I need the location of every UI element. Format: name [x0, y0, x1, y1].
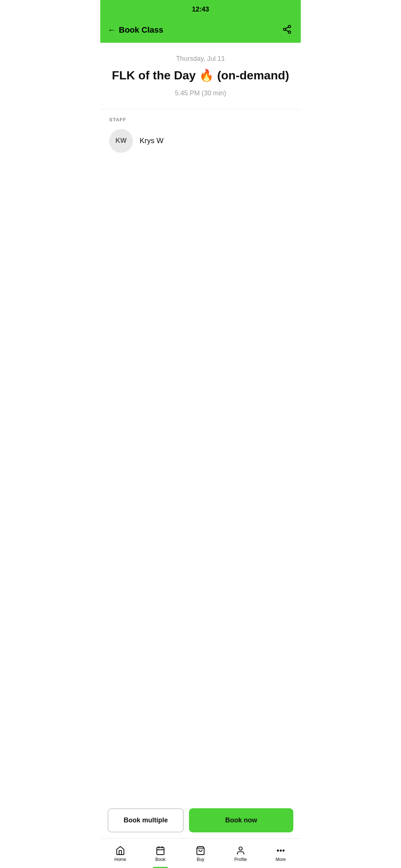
staff-section: STAFF KW Krys W [109, 109, 292, 153]
profile-icon [236, 846, 245, 855]
staff-section-label: STAFF [109, 117, 292, 122]
book-icon [156, 846, 165, 855]
share-button[interactable] [281, 23, 293, 37]
back-arrow-icon: ← [108, 25, 116, 35]
staff-item: KW Krys W [109, 129, 292, 153]
staff-name: Krys W [140, 137, 163, 145]
nav-item-book[interactable]: Book [140, 839, 180, 868]
more-icon [276, 846, 286, 855]
svg-line-3 [286, 30, 288, 32]
bottom-nav: Home Book Buy Profile [100, 838, 301, 868]
svg-rect-5 [157, 847, 164, 855]
nav-item-more[interactable]: More [261, 839, 301, 868]
header-title: Book Class [119, 25, 163, 35]
header: ← Book Class [100, 19, 301, 43]
nav-item-buy[interactable]: Buy [180, 839, 221, 868]
svg-point-13 [283, 850, 284, 851]
status-bar: 12:43 [100, 0, 301, 19]
nav-label-profile: Profile [234, 857, 247, 862]
svg-point-10 [239, 847, 242, 850]
svg-point-12 [280, 850, 281, 851]
class-date: Thursday, Jul 11 [109, 55, 292, 63]
class-time: 5:45 PM (30 min) [109, 89, 292, 97]
svg-point-11 [277, 850, 278, 851]
main-content: Thursday, Jul 11 FLK of the Day 🔥 (on-de… [100, 43, 301, 153]
staff-avatar: KW [109, 129, 133, 153]
bottom-buttons: Book multiple Book now [100, 802, 301, 838]
nav-item-profile[interactable]: Profile [221, 839, 261, 868]
book-multiple-button[interactable]: Book multiple [108, 808, 184, 832]
staff-initials: KW [115, 137, 127, 145]
status-time: 12:43 [192, 6, 209, 13]
home-icon [115, 846, 125, 855]
nav-label-more: More [276, 857, 286, 862]
share-icon [282, 24, 292, 34]
nav-label-home: Home [114, 857, 126, 862]
book-now-button[interactable]: Book now [189, 808, 293, 832]
svg-line-4 [286, 27, 288, 29]
nav-label-buy: Buy [197, 857, 205, 862]
class-title: FLK of the Day 🔥 (on-demand) [109, 68, 292, 83]
nav-label-book: Book [155, 857, 165, 862]
nav-item-home[interactable]: Home [100, 839, 140, 868]
back-button[interactable]: ← Book Class [108, 25, 163, 35]
buy-icon [196, 846, 205, 855]
